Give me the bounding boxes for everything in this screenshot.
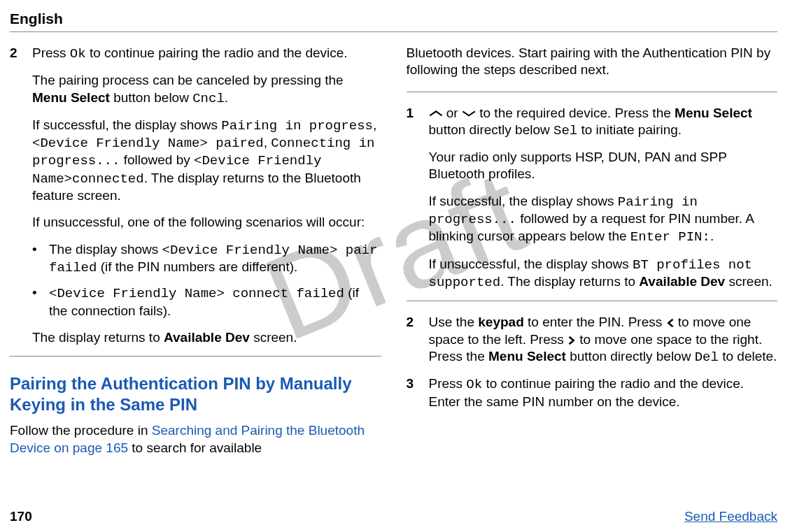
step-body: or to the required device. Press the Men… — [429, 105, 778, 292]
code-connect-failed: <Device Friendly Name> connect failed — [49, 286, 344, 301]
continuation-paragraph: Bluetooth devices. Start pairing with th… — [407, 45, 778, 79]
step2-p1: Press Ok to continue pairing the radio a… — [32, 45, 381, 62]
step-body: Press Ok to continue pairing the radio a… — [429, 375, 778, 410]
failure-list: • The display shows <Device Friendly Nam… — [32, 241, 381, 319]
step-number: 2 — [407, 314, 418, 366]
bold-available-dev: Available Dev — [639, 274, 725, 289]
step2-p3: If successful, the display shows Pairing… — [32, 117, 381, 205]
step-3-right: 3 Press Ok to continue pairing the radio… — [407, 375, 778, 410]
code-enter-pin: Enter PIN: — [630, 229, 710, 245]
bullet-dot: • — [32, 285, 39, 319]
step1-p1: or to the required device. Press the Men… — [429, 105, 778, 140]
step-body: Press Ok to continue pairing the radio a… — [32, 45, 381, 346]
nav-down-icon — [462, 109, 476, 117]
code-paired: <Device Friendly Name> paired — [32, 136, 264, 151]
bullet-dot: • — [32, 241, 39, 277]
step-rule — [407, 92, 778, 92]
left-column: 2 Press Ok to continue pairing the radio… — [10, 45, 381, 456]
nav-left-icon — [666, 318, 675, 328]
step-1-right: 1 or to the required device. Press the M… — [407, 105, 778, 292]
code-del: Del — [695, 350, 719, 365]
code-ok: Ok — [466, 377, 482, 392]
page-header-language: English — [10, 10, 777, 29]
bullet-text: The display shows <Device Friendly Name>… — [49, 241, 381, 277]
step1-p4: If unsuccessful, the display shows BT pr… — [429, 256, 778, 292]
bold-menu-select: Menu Select — [32, 90, 110, 105]
bold-keypad: keypad — [478, 315, 523, 329]
two-column-layout: 2 Press Ok to continue pairing the radio… — [10, 45, 777, 456]
step-2-right: 2 Use the keypad to enter the PIN. Press… — [407, 314, 778, 366]
step-2-left: 2 Press Ok to continue pairing the radio… — [10, 45, 381, 346]
nav-up-icon — [429, 109, 443, 117]
right-column: Bluetooth devices. Start pairing with th… — [407, 45, 778, 456]
page-number: 170 — [10, 508, 32, 525]
step3r-p1: Press Ok to continue pairing the radio a… — [429, 375, 778, 410]
bold-available-dev: Available Dev — [164, 330, 250, 345]
step2r-p1: Use the keypad to enter the PIN. Press t… — [429, 314, 778, 366]
section-rule — [10, 356, 381, 357]
send-feedback-link[interactable]: Send Feedback — [684, 508, 777, 525]
step1-p2: Your radio only supports HSP, DUN, PAN a… — [429, 149, 778, 183]
step-number: 2 — [10, 45, 21, 346]
code-sel: Sel — [553, 123, 577, 138]
section-heading: Pairing the Authentication PIN by Manual… — [10, 373, 381, 415]
header-rule — [10, 31, 777, 32]
step-number: 1 — [407, 105, 418, 292]
step1-p3: If successful, the display shows Pairing… — [429, 193, 778, 246]
nav-right-icon — [567, 336, 576, 345]
code-cncl: Cncl — [192, 91, 225, 106]
page-footer: 170 Send Feedback — [10, 508, 777, 525]
step2-p2: The pairing process can be canceled by p… — [32, 72, 381, 107]
bold-menu-select: Menu Select — [675, 106, 752, 120]
step2-p4: If unsuccessful, one of the following sc… — [32, 214, 381, 231]
bold-menu-select: Menu Select — [488, 349, 566, 364]
section-intro: Follow the procedure in Searching and Pa… — [10, 422, 381, 456]
list-item: • <Device Friendly Name> connect failed … — [32, 285, 381, 319]
code-pairing: Pairing in progress — [221, 118, 373, 134]
step-body: Use the keypad to enter the PIN. Press t… — [429, 314, 778, 366]
code-ok: Ok — [70, 46, 86, 62]
step2-p5: The display returns to Available Dev scr… — [32, 329, 381, 346]
list-item: • The display shows <Device Friendly Nam… — [32, 241, 381, 277]
step-number: 3 — [407, 375, 418, 410]
bullet-text: <Device Friendly Name> connect failed (i… — [49, 285, 381, 319]
step-rule — [407, 301, 778, 301]
